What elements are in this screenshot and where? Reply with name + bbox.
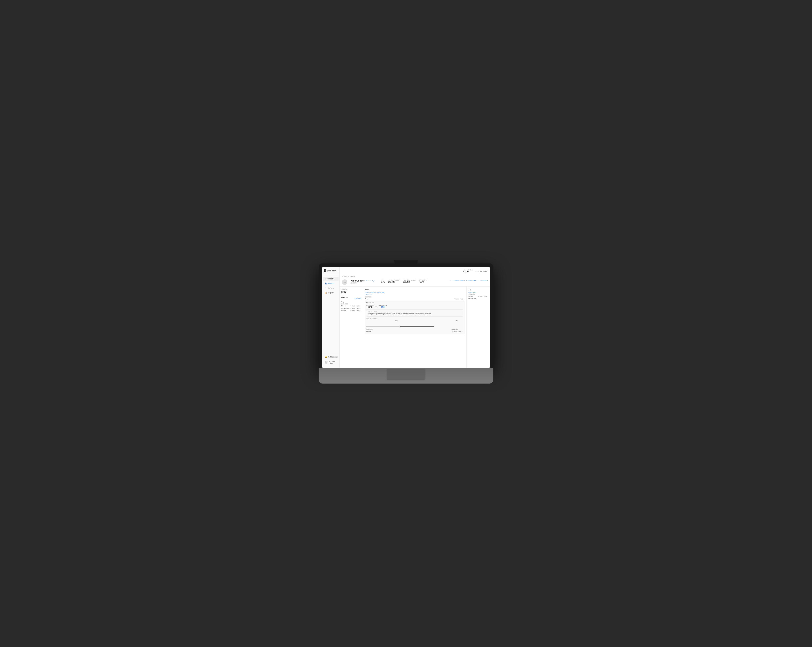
app-name: GeniHealth xyxy=(327,270,336,272)
avatar: JC xyxy=(342,279,347,285)
risk-chart: RISK OF DISEASE 92% 43% Without drug Lev… xyxy=(366,318,463,330)
july-diseases-count: + 2 diseases xyxy=(468,291,488,293)
expand-icon[interactable]: ⟩ xyxy=(337,270,337,272)
suggestion-box: SUGGESTION Taking the suggested drug red… xyxy=(366,309,463,316)
disease-stroke-2: Stroke 92% • 34% ∨ xyxy=(341,310,361,311)
patient-tags: Female 42yo xyxy=(366,280,375,282)
june-diseases-count: + 2 diseases xyxy=(365,294,464,296)
july-stroke: Stroke 92% • 34% ∨ xyxy=(468,296,488,297)
sidebar-item-overview[interactable]: ⌂ Overview xyxy=(323,277,339,281)
bell-icon: 🔔 xyxy=(325,356,327,358)
bar-chart: 92% 43% Without drug Levothyroxine xyxy=(366,320,463,330)
june-panel: June + + Add medication or procedure + 2… xyxy=(363,287,467,368)
risk-score: Risk score 0.94 xyxy=(341,288,361,294)
home-icon: ⌂ xyxy=(325,278,326,280)
logo: G GeniHealth ⟩ xyxy=(322,269,339,275)
more-icon[interactable]: ⋮ xyxy=(336,362,338,363)
care-impact-stat: Care Impact +12% xyxy=(419,279,428,283)
disease-broken-arm-1: Broken arm 92% • 34% ∨ xyxy=(341,307,361,309)
dot-icon xyxy=(350,305,351,307)
broken-arm-label: Broken arm xyxy=(366,302,463,304)
disease-stroke-1: Stroke 92% • 34% ∨ xyxy=(341,305,361,307)
logo-icon: G xyxy=(324,269,326,272)
futures-diseases-count: + 2 diseases xyxy=(354,298,361,299)
june-stroke-bottom: Stroke 92% • 34% ∨ xyxy=(366,331,463,333)
patient-name: Jane Cooper Female 42yo xyxy=(350,279,375,282)
sidebar: G GeniHealth ⟩ ⌂ Overview 👤 Patients xyxy=(322,267,340,368)
attainable-value: $7,284 xyxy=(463,271,472,273)
patient-icon: 👤 xyxy=(325,282,327,284)
dot-icon xyxy=(478,296,479,297)
july-panel: July + 2 diseases DISEASES Stroke 92% • … xyxy=(467,287,490,368)
plus-icon: + xyxy=(365,291,366,293)
vs-label: vs xyxy=(375,305,377,307)
keyboard xyxy=(319,368,493,383)
left-panel: Risk score 0.94 Futures + 2 diseases May… xyxy=(340,287,363,368)
user-profile[interactable]: MS Michael Seen ⋮ xyxy=(323,359,339,365)
may-label: May xyxy=(341,301,361,303)
dot-icon xyxy=(452,331,453,332)
chevron-up-icon: ∧ xyxy=(464,298,464,300)
chevron-icon: ∨ xyxy=(360,308,361,309)
main-content: Attainable Cost $7,284 ⚑ Flag the patien… xyxy=(340,267,490,368)
bar-levothyroxine xyxy=(400,326,434,327)
future-cost-stat: Future Yr Cost $76,425 xyxy=(388,279,400,283)
stats-row: RAF 5.81 Future Yr Cost $76,425 Prop. HC… xyxy=(381,279,428,283)
notifications-item[interactable]: 🔔 Notifications xyxy=(323,355,339,359)
futures-section: Futures + 2 diseases May DISEASES Stroke xyxy=(341,296,361,311)
without-drug: Without drug 92% xyxy=(366,304,374,308)
flag-icon: ⚑ xyxy=(475,270,476,272)
june-stroke: Stroke 92% • 34% ∧ xyxy=(365,298,464,300)
broken-arm-comparison: Broken arm Without drug 92% vs Levothyro… xyxy=(365,301,464,334)
levothyroxine: Levothyroxine 34% xyxy=(379,304,387,308)
july-title: July xyxy=(468,288,488,290)
next-button[interactable]: Next 3 months → xyxy=(466,279,478,281)
raf-stat: RAF 5.81 xyxy=(381,279,385,283)
dot-icon xyxy=(350,310,351,311)
reports-icon: 📋 xyxy=(325,292,327,294)
futures-title: Futures xyxy=(341,296,348,298)
attainable-label: Attainable Cost xyxy=(463,269,472,271)
prev-button[interactable]: ← Previous 3 months xyxy=(450,279,465,281)
back-arrow: ← xyxy=(342,276,343,278)
patient-id: #P00074 xyxy=(350,282,375,284)
july-broken-arm: Broken arm xyxy=(468,298,488,300)
sidebar-item-reports[interactable]: 📋 Reports xyxy=(323,291,339,295)
sidebar-bottom: 🔔 Notifications MS Michael Seen ⋮ xyxy=(322,353,339,366)
chevron-icon: ∨ xyxy=(360,305,361,307)
back-link[interactable]: ← Back to patients xyxy=(340,275,490,278)
prop-hcc-stat: Prop. HCC Payout $25,258 xyxy=(403,279,416,283)
columns-area: Risk score 0.94 Futures + 2 diseases May… xyxy=(340,287,490,368)
cohorts-icon: ◫ xyxy=(325,287,327,289)
chevron-icon: ∨ xyxy=(360,310,361,311)
june-title: June xyxy=(365,288,464,290)
chevron-icon: ∨ xyxy=(488,296,488,297)
diseases-count-top: + 2 diseases xyxy=(480,279,488,281)
add-medication-button[interactable]: + + Add medication or procedure xyxy=(365,291,464,293)
avatar: MS xyxy=(325,361,328,364)
dot-icon xyxy=(454,298,455,299)
top-bar: Attainable Cost $7,284 ⚑ Flag the patien… xyxy=(340,267,490,275)
sidebar-item-cohorts[interactable]: ◫ Cohorts xyxy=(323,286,339,290)
navigation-controls: ← Previous 3 months Next 3 months → + 2 … xyxy=(450,279,488,281)
sidebar-item-patients[interactable]: 👤 Patients xyxy=(323,281,339,285)
patient-info: Jane Cooper Female 42yo #P00074 xyxy=(350,279,375,284)
attainable-cost: Attainable Cost $7,284 xyxy=(461,269,475,274)
chevron-icon: ∨ xyxy=(462,331,463,332)
comparison-row: Without drug 92% vs Levothyroxine 34% xyxy=(366,304,463,308)
flag-patient-button[interactable]: ⚑ Flag the patient xyxy=(475,269,488,274)
patient-header: JC Jane Cooper Female 42yo #P00074 RAF xyxy=(340,278,490,287)
dot-icon xyxy=(350,308,351,309)
